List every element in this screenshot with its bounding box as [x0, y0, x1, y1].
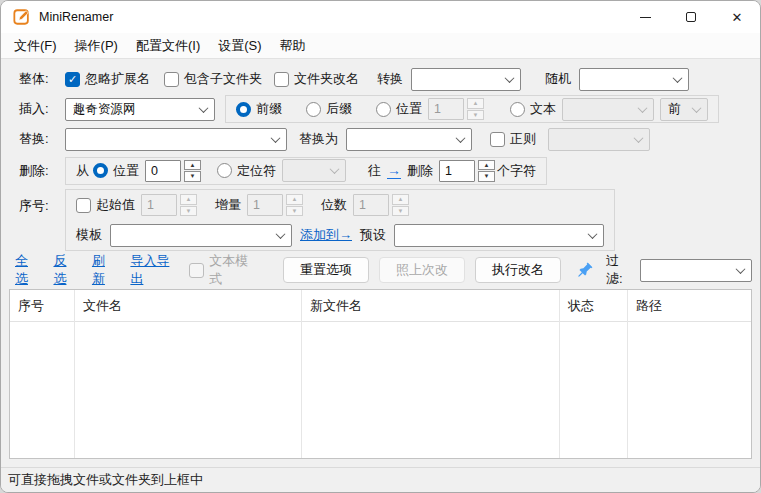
- add-to-link[interactable]: 添加到→: [300, 226, 352, 244]
- start-input: [141, 194, 177, 216]
- minimize-button[interactable]: [622, 1, 668, 33]
- chars-label: 个字符: [497, 162, 536, 180]
- serial-line-2: 模板 添加到→ 预设: [76, 220, 604, 250]
- import-export-link[interactable]: 导入导出: [130, 252, 179, 288]
- digits-stepper: ▲▼: [353, 194, 409, 216]
- serial-group: 起始值 ▲▼ 增量 ▲▼ 位数 ▲▼: [65, 189, 615, 251]
- convert-label: 转换: [377, 70, 403, 88]
- minimize-icon: [640, 17, 651, 18]
- insert-mode-group: 前缀 后缀 位置 ▲▼ 文本: [225, 95, 719, 123]
- delete-count-stepper[interactable]: ▲▼: [439, 160, 495, 182]
- prefix-radio[interactable]: 前缀: [236, 100, 282, 118]
- start-checkbox[interactable]: 起始值: [76, 196, 135, 214]
- spinner-buttons: ▲▼: [286, 194, 303, 216]
- delete-position-input[interactable]: [145, 160, 181, 182]
- prefix-label: 前缀: [256, 100, 282, 118]
- chevron-down-icon: [692, 103, 702, 113]
- column-header[interactable]: 状态: [560, 290, 627, 322]
- chevron-down-icon: [456, 133, 466, 143]
- checkbox-icon: [274, 72, 289, 87]
- window-controls: ✕: [622, 1, 760, 33]
- suffix-radio[interactable]: 后缀: [306, 100, 352, 118]
- file-table[interactable]: 序号 文件名 新文件名 状态 路径: [9, 289, 752, 459]
- text-radio[interactable]: 文本: [510, 100, 556, 118]
- execute-rename-button[interactable]: 执行改名: [475, 257, 561, 283]
- direction-arrow-icon[interactable]: →: [387, 163, 401, 179]
- filter-select[interactable]: [640, 259, 752, 282]
- delete-position-stepper[interactable]: ▲▼: [145, 160, 201, 182]
- spinner-buttons[interactable]: ▲▼: [184, 160, 201, 182]
- insert-source-value: 趣奇资源网: [73, 101, 136, 118]
- spinner-buttons: ▲▼: [467, 98, 484, 120]
- menu-settings[interactable]: 设置(S): [209, 34, 270, 58]
- status-text: 可直接拖拽文件或文件夹到上框中: [8, 471, 203, 489]
- delete-count-input[interactable]: [439, 160, 475, 182]
- replace-with-select[interactable]: [346, 128, 472, 151]
- column-header[interactable]: 文件名: [75, 290, 301, 322]
- invert-selection-link[interactable]: 反选: [53, 252, 77, 288]
- refresh-link[interactable]: 刷新: [92, 252, 116, 288]
- row-overall: 整体: ✓ 忽略扩展名 包含子文件夹 文件夹改名 转换 随机: [9, 64, 752, 94]
- column-header[interactable]: 新文件名: [302, 290, 559, 322]
- insert-label: 插入:: [19, 100, 61, 118]
- chevron-down-icon: [673, 73, 683, 83]
- delete-position-radio[interactable]: 位置: [93, 162, 139, 180]
- template-select[interactable]: [110, 224, 292, 247]
- radio-icon: [510, 102, 525, 117]
- regex-checkbox[interactable]: 正则: [490, 130, 536, 148]
- replace-label: 替换:: [19, 130, 61, 148]
- radio-icon: [217, 163, 232, 178]
- digits-input: [353, 194, 389, 216]
- menu-help[interactable]: 帮助: [271, 34, 315, 58]
- column-header[interactable]: 序号: [10, 290, 74, 322]
- text-mode-checkbox: 文本模式: [189, 252, 257, 288]
- increment-stepper: ▲▼: [247, 194, 303, 216]
- chevron-down-icon: [638, 103, 648, 113]
- radio-selected-icon: [93, 163, 108, 178]
- anchor-radio[interactable]: 定位符: [217, 162, 276, 180]
- chevron-down-icon: [634, 133, 644, 143]
- position-label: 位置: [396, 100, 422, 118]
- select-all-link[interactable]: 全选: [15, 252, 39, 288]
- preset-select[interactable]: [394, 224, 604, 247]
- include-subfolder-checkbox[interactable]: 包含子文件夹: [164, 70, 262, 88]
- column-body: [75, 322, 301, 458]
- insert-place-value: 前: [668, 101, 681, 118]
- anchor-label: 定位符: [237, 162, 276, 180]
- random-select[interactable]: [579, 68, 689, 91]
- spin-up-icon: ▲: [184, 160, 201, 171]
- replace-find-select[interactable]: [65, 128, 287, 151]
- column-header[interactable]: 路径: [628, 290, 751, 322]
- radio-selected-icon: [236, 102, 251, 117]
- column-new-filename: 新文件名: [302, 290, 560, 458]
- app-icon: [13, 8, 31, 26]
- ignore-ext-checkbox[interactable]: ✓ 忽略扩展名: [65, 70, 150, 88]
- reset-options-button[interactable]: 重置选项: [283, 257, 369, 283]
- serial-line-1: 起始值 ▲▼ 增量 ▲▼ 位数 ▲▼: [76, 190, 604, 220]
- chevron-down-icon: [199, 103, 209, 113]
- column-path: 路径: [628, 290, 751, 458]
- menu-operate[interactable]: 操作(P): [66, 34, 127, 58]
- chevron-down-icon: [736, 264, 746, 274]
- menu-profile[interactable]: 配置文件(I): [127, 34, 209, 58]
- close-button[interactable]: ✕: [714, 1, 760, 33]
- text-mode-label: 文本模式: [209, 252, 257, 288]
- insert-text-select: [562, 98, 654, 121]
- column-status: 状态: [560, 290, 628, 458]
- pin-icon[interactable]: [575, 261, 594, 280]
- status-bar: 可直接拖拽文件或文件夹到上框中: [1, 467, 760, 492]
- checkbox-icon: [490, 132, 505, 147]
- insert-source-select[interactable]: 趣奇资源网: [65, 98, 215, 121]
- position-radio[interactable]: 位置: [376, 100, 422, 118]
- spin-up-icon: ▲: [180, 194, 197, 205]
- spin-down-icon: ▼: [286, 206, 303, 217]
- chevron-down-icon: [588, 229, 598, 239]
- menu-file[interactable]: 文件(F): [5, 34, 66, 58]
- convert-select[interactable]: [411, 68, 521, 91]
- row-replace: 替换: 替换为 正则: [9, 124, 752, 154]
- close-icon: ✕: [732, 11, 743, 24]
- spinner-buttons[interactable]: ▲▼: [478, 160, 495, 182]
- folder-rename-checkbox[interactable]: 文件夹改名: [274, 70, 359, 88]
- row-delete: 删除: 从 位置 ▲▼ 定位符 往: [9, 154, 752, 187]
- maximize-button[interactable]: [668, 1, 714, 33]
